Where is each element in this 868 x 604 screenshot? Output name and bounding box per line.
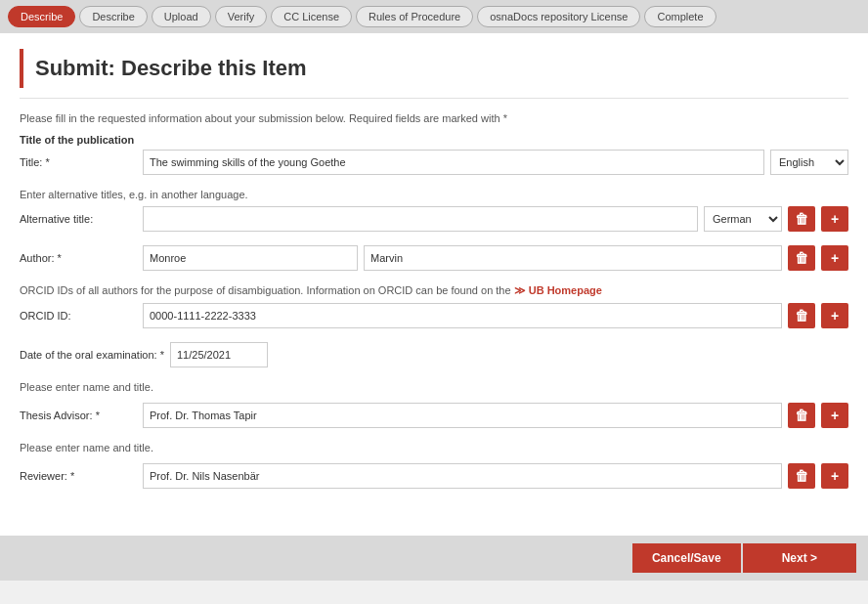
tab-upload[interactable]: Upload <box>152 6 211 27</box>
reviewer-input[interactable] <box>143 463 782 489</box>
author-delete-button[interactable]: 🗑 <box>788 245 815 271</box>
reviewer-instruction: Please enter name and title. <box>20 442 848 453</box>
alt-title-add-button[interactable]: + <box>821 206 848 232</box>
author-first-name-input[interactable] <box>364 245 782 271</box>
advisor-delete-button[interactable]: 🗑 <box>788 403 815 428</box>
reviewer-add-button[interactable]: + <box>821 463 848 489</box>
tab-describe-1[interactable]: Describe <box>8 6 75 27</box>
form-instruction: Please fill in the requested information… <box>20 112 848 124</box>
orcid-instruction: ORCID IDs of all authors for the purpose… <box>20 284 848 297</box>
date-row: Date of the oral examination: * <box>20 342 848 367</box>
ub-homepage-link[interactable]: UB Homepage <box>514 284 602 296</box>
orcid-input[interactable] <box>143 303 782 328</box>
page-title: Submit: Describe this Item <box>35 56 307 81</box>
date-input[interactable] <box>170 342 268 367</box>
tab-bar: Describe Describe Upload Verify CC Licen… <box>0 0 868 33</box>
title-bar-accent <box>20 49 23 88</box>
tab-cc-license[interactable]: CC License <box>271 6 352 27</box>
alt-title-field-label: Alternative title: <box>20 213 137 225</box>
advisor-input[interactable] <box>143 403 782 428</box>
publication-title-label: Title of the publication <box>20 134 848 146</box>
reviewer-delete-button[interactable]: 🗑 <box>788 463 815 489</box>
tab-verify[interactable]: Verify <box>215 6 268 27</box>
next-button[interactable]: Next > <box>743 543 856 573</box>
alt-title-input[interactable] <box>143 206 698 232</box>
orcid-add-button[interactable]: + <box>821 303 848 328</box>
cancel-save-button[interactable]: Cancel/Save <box>632 543 741 573</box>
advisor-row: Thesis Advisor: * 🗑 + <box>20 403 848 428</box>
tab-describe-2[interactable]: Describe <box>79 6 147 27</box>
alt-title-delete-button[interactable]: 🗑 <box>788 206 815 232</box>
orcid-row: ORCID ID: 🗑 + <box>20 303 848 328</box>
tab-rules-of-procedure[interactable]: Rules of Procedure <box>356 6 473 27</box>
advisor-instruction: Please enter name and title. <box>20 381 848 393</box>
orcid-field-label: ORCID ID: <box>20 310 137 322</box>
page-title-section: Submit: Describe this Item <box>20 49 848 99</box>
tab-complete[interactable]: Complete <box>644 6 716 27</box>
bottom-action-bar: Cancel/Save Next > <box>0 536 868 581</box>
author-add-button[interactable]: + <box>821 245 848 271</box>
title-input[interactable] <box>143 150 764 175</box>
tab-osnadocs-license[interactable]: osnaDocs repository License <box>477 6 640 27</box>
orcid-delete-button[interactable]: 🗑 <box>788 303 815 328</box>
author-row: Author: * 🗑 + <box>20 245 848 271</box>
alt-title-instruction: Enter alternative titles, e.g. in anothe… <box>20 189 848 200</box>
main-content: Submit: Describe this Item Please fill i… <box>0 33 868 581</box>
author-last-name-input[interactable] <box>143 245 358 271</box>
author-field-label: Author: * <box>20 252 137 264</box>
title-language-select[interactable]: English German <box>770 150 848 175</box>
alt-title-language-select[interactable]: German English <box>704 206 782 232</box>
reviewer-field-label: Reviewer: * <box>20 470 137 482</box>
title-row: Title: * English German <box>20 150 848 175</box>
reviewer-row: Reviewer: * 🗑 + <box>20 463 848 489</box>
advisor-field-label: Thesis Advisor: * <box>20 410 137 421</box>
title-field-label: Title: * <box>20 156 137 168</box>
date-field-label: Date of the oral examination: * <box>20 349 164 361</box>
alt-title-row: Alternative title: German English 🗑 + <box>20 206 848 232</box>
advisor-add-button[interactable]: + <box>821 403 848 428</box>
